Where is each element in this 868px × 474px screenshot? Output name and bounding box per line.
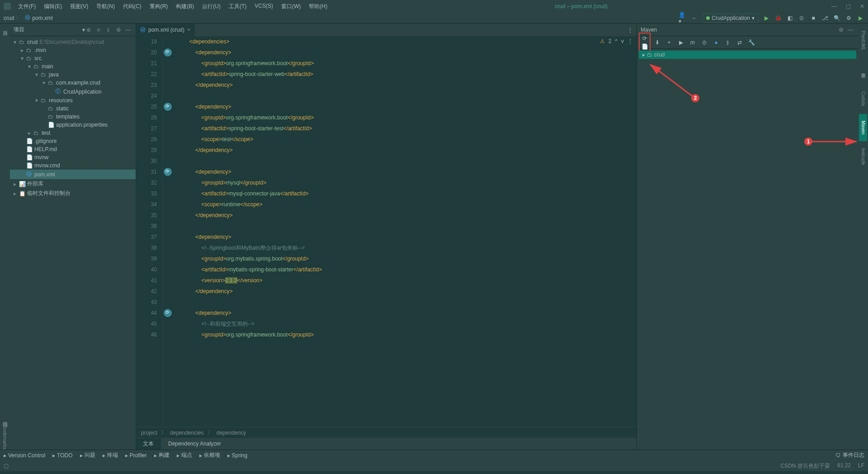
code-line[interactable]: <groupId>org.springframework.boot</group… [177, 329, 637, 340]
run-icon[interactable]: ▶ [762, 14, 770, 22]
event-log-button[interactable]: 🗨事件日志 [835, 451, 864, 459]
code-line[interactable]: <version>2.1.3</version> [177, 275, 637, 286]
bottom-tool-item[interactable]: ▸TODO [52, 452, 72, 459]
line-number[interactable]: 24 [136, 90, 157, 101]
line-number[interactable]: 39 [136, 253, 157, 264]
run-config-selector[interactable]: CrudApplication ▾ [702, 14, 759, 23]
download-icon[interactable]: ⬇ [653, 38, 661, 47]
right-tool-codota[interactable]: Codota [859, 85, 867, 112]
editor-inspection-widget[interactable]: ⚠ 2 ^ v ⋮ [600, 38, 633, 44]
code-line[interactable]: <artifactId>spring-boot-starter-test</ar… [177, 123, 637, 134]
line-number[interactable]: 19 [136, 36, 157, 47]
editor-tab-pom[interactable]: Ⓜ pom.xml (crud) × [136, 24, 195, 36]
run-gutter-icon[interactable]: ⟳ [164, 309, 172, 317]
toggle-offline-icon[interactable]: ● [712, 38, 720, 47]
right-tool-leetcode[interactable]: leetcode [859, 143, 867, 170]
line-separator[interactable]: LF [858, 462, 864, 470]
tree-item[interactable]: 📄mvnw [10, 153, 136, 161]
maximize-icon[interactable]: ▢ [846, 3, 851, 9]
gear-icon[interactable]: ⚙ [115, 26, 122, 33]
line-number[interactable]: 44 [136, 308, 157, 318]
breadcrumb-project[interactable]: crud [4, 15, 14, 21]
menu-item[interactable]: 帮助(H) [305, 1, 331, 12]
line-number[interactable]: 36 [136, 221, 157, 232]
code-line[interactable] [177, 90, 637, 101]
tree-item[interactable]: ⒸCrudApplication [10, 87, 136, 96]
bottom-tool-item[interactable]: ▸Spring [227, 452, 248, 459]
settings-icon[interactable]: ⚙ [844, 14, 853, 22]
right-tool-plantuml[interactable]: PlantUML [859, 27, 867, 54]
bottom-tool-item[interactable]: ▸依赖项 [199, 451, 220, 459]
line-number[interactable]: 23 [136, 80, 157, 90]
code-line[interactable]: <!--Springboot和MyBatis整合得ar包坐标--> [177, 242, 637, 253]
chevron-up-icon[interactable]: ^ [615, 38, 618, 44]
code-line[interactable]: <scope>test</scope> [177, 134, 637, 145]
close-tab-icon[interactable]: × [187, 27, 190, 33]
right-tool-数据库[interactable]: 数据库 [859, 56, 867, 83]
run-gutter-icon[interactable]: ⟳ [164, 103, 172, 111]
bottom-tool-item[interactable]: ▸构建 [154, 451, 170, 459]
tree-item[interactable]: 🗀templates [10, 113, 136, 121]
coverage-icon[interactable]: ◧ [786, 14, 794, 22]
code-line[interactable]: </dependency> [177, 80, 637, 90]
close-icon[interactable]: ✕ [860, 3, 864, 9]
menu-item[interactable]: 重构(R) [146, 1, 172, 12]
tree-item[interactable]: 🗀static [10, 104, 136, 113]
line-number[interactable]: 33 [136, 188, 157, 199]
line-number[interactable]: 31 [136, 166, 157, 177]
breadcrumb-item[interactable]: dependency [217, 430, 246, 436]
play2-icon[interactable]: ▶ [856, 14, 864, 22]
line-number[interactable]: 45 [136, 318, 157, 329]
line-number[interactable]: 21 [136, 58, 157, 69]
code-line[interactable]: <groupId>org.springframework.boot</group… [177, 112, 637, 123]
bottom-tool-item[interactable]: ▸问题 [80, 451, 95, 459]
code-line[interactable]: </dependency> [177, 286, 637, 297]
status-square-icon[interactable]: ▢ [4, 463, 9, 469]
code-line[interactable] [177, 221, 637, 232]
maven-root-node[interactable]: ▸ 🗀 crud [639, 51, 856, 59]
line-number[interactable]: 27 [136, 123, 157, 134]
line-number[interactable]: 43 [136, 297, 157, 308]
tree-item[interactable]: ▸🗀test [10, 129, 136, 137]
line-number[interactable]: 46 [136, 329, 157, 340]
line-number[interactable]: 32 [136, 177, 157, 188]
debug-icon[interactable]: 🐞 [774, 14, 782, 22]
bottom-tool-item[interactable]: ▸端点 [177, 451, 192, 459]
line-number[interactable]: 42 [136, 286, 157, 297]
code-line[interactable]: <groupId>org.springframework.boot</group… [177, 58, 637, 69]
profile-icon[interactable]: ⊙ [797, 14, 806, 22]
menu-item[interactable]: 视图(V) [66, 1, 92, 12]
line-number[interactable]: 28 [136, 134, 157, 145]
code-line[interactable]: <dependency> [177, 166, 637, 177]
code-line[interactable]: <groupId>org.mybatis.spring.boot</groupI… [177, 253, 637, 264]
code-line[interactable]: <dependency> [177, 101, 637, 112]
bookmarks-tool-button[interactable]: Bookmarks [2, 425, 8, 450]
line-number[interactable]: 37 [136, 232, 157, 242]
gear-icon[interactable]: ⚙ [837, 26, 844, 33]
maven-m-icon[interactable]: m [689, 38, 697, 47]
line-number[interactable]: 25 [136, 101, 157, 112]
line-number[interactable]: 34 [136, 199, 157, 210]
breadcrumb-item[interactable]: dependencies [170, 430, 204, 436]
tree-item[interactable]: Ⓜpom.xml [10, 170, 136, 179]
code-line[interactable]: <artifactId>spring-boot-starter-web</art… [177, 69, 637, 80]
line-number[interactable]: 22 [136, 69, 157, 80]
line-number[interactable]: 29 [136, 145, 157, 156]
tree-item[interactable]: ▾🗀src [10, 54, 136, 62]
expand-icon[interactable]: ≡ [95, 26, 102, 33]
line-number[interactable]: 40 [136, 264, 157, 275]
target-icon[interactable]: ⊕ [85, 26, 92, 33]
code-line[interactable]: <scope>runtime</scope> [177, 199, 637, 210]
code-line[interactable]: <artifactId>mybatis-spring-boot-starter<… [177, 264, 637, 275]
line-number[interactable]: 26 [136, 112, 157, 123]
hide-icon[interactable]: — [125, 26, 132, 33]
collapse-icon[interactable]: ⫿ [105, 26, 112, 33]
tree-item[interactable]: 📄.gitignore [10, 137, 136, 145]
code-line[interactable]: <artifactId>mysql-connector-java</artifa… [177, 188, 637, 199]
code-editor[interactable]: <dependencies> <dependency> <groupId>org… [174, 36, 637, 427]
menu-item[interactable]: VCS(S) [251, 1, 277, 12]
menu-item[interactable]: 构建(B) [172, 1, 198, 12]
line-number[interactable]: 38 [136, 242, 157, 253]
code-line[interactable] [177, 156, 637, 166]
menu-item[interactable]: 代码(C) [119, 1, 145, 12]
